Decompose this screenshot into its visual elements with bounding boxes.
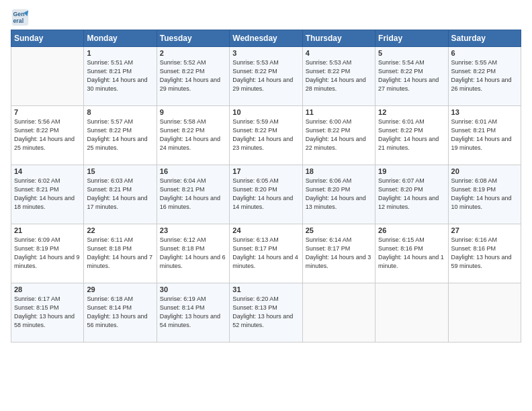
cell-details: Sunrise: 5:52 AM Sunset: 8:22 PM Dayligh… [160,58,226,93]
day-number: 26 [378,226,445,234]
calendar-cell: 26Sunrise: 6:15 AM Sunset: 8:16 PM Dayli… [375,224,448,283]
cell-details: Sunrise: 5:55 AM Sunset: 8:22 PM Dayligh… [451,58,518,93]
cell-details: Sunrise: 5:59 AM Sunset: 8:22 PM Dayligh… [232,118,299,152]
cell-details: Sunrise: 6:05 AM Sunset: 8:20 PM Dayligh… [232,177,299,212]
calendar-cell: 13Sunrise: 6:01 AM Sunset: 8:21 PM Dayli… [448,106,521,165]
day-number: 30 [160,285,226,293]
calendar-cell: 17Sunrise: 6:05 AM Sunset: 8:20 PM Dayli… [230,165,302,224]
calendar-cell: 20Sunrise: 6:08 AM Sunset: 8:19 PM Dayli… [448,165,521,224]
calendar-cell: 3Sunrise: 5:53 AM Sunset: 8:22 PM Daylig… [230,47,302,106]
calendar-cell: 6Sunrise: 5:55 AM Sunset: 8:22 PM Daylig… [448,47,521,106]
calendar-cell: 29Sunrise: 6:18 AM Sunset: 8:14 PM Dayli… [84,283,157,342]
day-number: 27 [451,226,518,234]
cell-details: Sunrise: 6:19 AM Sunset: 8:14 PM Dayligh… [160,295,226,330]
day-number: 22 [87,226,153,234]
day-number: 6 [451,49,518,57]
cell-details: Sunrise: 6:16 AM Sunset: 8:16 PM Dayligh… [451,236,518,271]
day-number: 20 [451,167,518,175]
cell-details: Sunrise: 6:18 AM Sunset: 8:14 PM Dayligh… [87,295,153,330]
calendar-cell: 18Sunrise: 6:06 AM Sunset: 8:20 PM Dayli… [302,165,375,224]
week-row-3: 14Sunrise: 6:02 AM Sunset: 8:21 PM Dayli… [11,165,521,224]
cell-details: Sunrise: 6:11 AM Sunset: 8:18 PM Dayligh… [87,236,153,271]
cell-details: Sunrise: 6:13 AM Sunset: 8:17 PM Dayligh… [232,236,299,271]
calendar-cell: 7Sunrise: 5:56 AM Sunset: 8:22 PM Daylig… [11,106,84,165]
week-row-4: 21Sunrise: 6:09 AM Sunset: 8:19 PM Dayli… [11,224,521,283]
svg-text:eral: eral [13,17,24,24]
day-header-friday: Friday [375,30,448,47]
day-header-tuesday: Tuesday [157,30,229,47]
cell-details: Sunrise: 5:54 AM Sunset: 8:22 PM Dayligh… [378,58,445,93]
cell-details: Sunrise: 6:03 AM Sunset: 8:21 PM Dayligh… [87,177,153,212]
calendar-cell: 24Sunrise: 6:13 AM Sunset: 8:17 PM Dayli… [230,224,302,283]
calendar-cell: 31Sunrise: 6:20 AM Sunset: 8:13 PM Dayli… [230,283,302,342]
cell-details: Sunrise: 5:51 AM Sunset: 8:21 PM Dayligh… [87,58,153,93]
calendar-cell [11,47,84,106]
calendar-cell: 8Sunrise: 5:57 AM Sunset: 8:22 PM Daylig… [84,106,157,165]
cell-details: Sunrise: 6:06 AM Sunset: 8:20 PM Dayligh… [306,177,372,212]
cell-details: Sunrise: 6:07 AM Sunset: 8:20 PM Dayligh… [378,177,445,212]
day-number: 23 [160,226,226,234]
day-header-thursday: Thursday [302,30,375,47]
calendar-table: SundayMondayTuesdayWednesdayThursdayFrid… [11,30,521,342]
calendar-cell: 16Sunrise: 6:04 AM Sunset: 8:21 PM Dayli… [157,165,229,224]
calendar-cell: 23Sunrise: 6:12 AM Sunset: 8:18 PM Dayli… [157,224,229,283]
day-number: 15 [87,167,153,175]
cell-details: Sunrise: 6:09 AM Sunset: 8:19 PM Dayligh… [14,236,81,271]
day-number: 16 [160,167,226,175]
calendar-cell [375,283,448,342]
calendar-cell: 28Sunrise: 6:17 AM Sunset: 8:15 PM Dayli… [11,283,84,342]
calendar-cell: 12Sunrise: 6:01 AM Sunset: 8:22 PM Dayli… [375,106,448,165]
cell-details: Sunrise: 5:56 AM Sunset: 8:22 PM Dayligh… [14,118,81,152]
week-row-1: 1Sunrise: 5:51 AM Sunset: 8:21 PM Daylig… [11,47,521,106]
calendar-cell [448,283,521,342]
calendar-cell: 2Sunrise: 5:52 AM Sunset: 8:22 PM Daylig… [157,47,229,106]
day-number: 25 [306,226,372,234]
day-number: 10 [232,108,299,116]
cell-details: Sunrise: 6:02 AM Sunset: 8:21 PM Dayligh… [14,177,81,212]
cell-details: Sunrise: 6:08 AM Sunset: 8:19 PM Dayligh… [451,177,518,212]
day-number: 31 [232,285,299,293]
cell-details: Sunrise: 5:53 AM Sunset: 8:22 PM Dayligh… [232,58,299,93]
logo: Gen eral [11,8,32,27]
calendar-cell: 1Sunrise: 5:51 AM Sunset: 8:21 PM Daylig… [84,47,157,106]
day-number: 29 [87,285,153,293]
day-number: 5 [378,49,445,57]
calendar-cell: 4Sunrise: 5:53 AM Sunset: 8:22 PM Daylig… [302,47,375,106]
day-header-wednesday: Wednesday [230,30,302,47]
calendar-cell: 5Sunrise: 5:54 AM Sunset: 8:22 PM Daylig… [375,47,448,106]
calendar-cell [302,283,375,342]
day-number: 13 [451,108,518,116]
day-number: 19 [378,167,445,175]
header-row: SundayMondayTuesdayWednesdayThursdayFrid… [11,30,521,47]
svg-text:Gen: Gen [13,11,25,17]
day-number: 12 [378,108,445,116]
header: Gen eral [11,8,521,27]
cell-details: Sunrise: 6:15 AM Sunset: 8:16 PM Dayligh… [378,236,445,271]
day-header-sunday: Sunday [11,30,84,47]
week-row-5: 28Sunrise: 6:17 AM Sunset: 8:15 PM Dayli… [11,283,521,342]
page: Gen eral SundayMondayTuesdayWednesdayThu… [0,0,532,411]
day-number: 21 [14,226,81,234]
calendar-cell: 22Sunrise: 6:11 AM Sunset: 8:18 PM Dayli… [84,224,157,283]
cell-details: Sunrise: 6:01 AM Sunset: 8:22 PM Dayligh… [378,118,445,152]
cell-details: Sunrise: 6:04 AM Sunset: 8:21 PM Dayligh… [160,177,226,212]
calendar-cell: 25Sunrise: 6:14 AM Sunset: 8:17 PM Dayli… [302,224,375,283]
calendar-cell: 14Sunrise: 6:02 AM Sunset: 8:21 PM Dayli… [11,165,84,224]
calendar-cell: 9Sunrise: 5:58 AM Sunset: 8:22 PM Daylig… [157,106,229,165]
day-number: 8 [87,108,153,116]
day-number: 17 [232,167,299,175]
cell-details: Sunrise: 6:14 AM Sunset: 8:17 PM Dayligh… [306,236,372,271]
week-row-2: 7Sunrise: 5:56 AM Sunset: 8:22 PM Daylig… [11,106,521,165]
day-number: 11 [306,108,372,116]
day-number: 1 [87,49,153,57]
cell-details: Sunrise: 5:53 AM Sunset: 8:22 PM Dayligh… [306,58,372,93]
calendar-cell: 27Sunrise: 6:16 AM Sunset: 8:16 PM Dayli… [448,224,521,283]
calendar-cell: 19Sunrise: 6:07 AM Sunset: 8:20 PM Dayli… [375,165,448,224]
calendar-cell: 15Sunrise: 6:03 AM Sunset: 8:21 PM Dayli… [84,165,157,224]
logo-icon: Gen eral [11,8,30,27]
cell-details: Sunrise: 6:00 AM Sunset: 8:22 PM Dayligh… [306,118,372,152]
day-number: 9 [160,108,226,116]
calendar-cell: 10Sunrise: 5:59 AM Sunset: 8:22 PM Dayli… [230,106,302,165]
day-number: 7 [14,108,81,116]
day-number: 4 [306,49,372,57]
